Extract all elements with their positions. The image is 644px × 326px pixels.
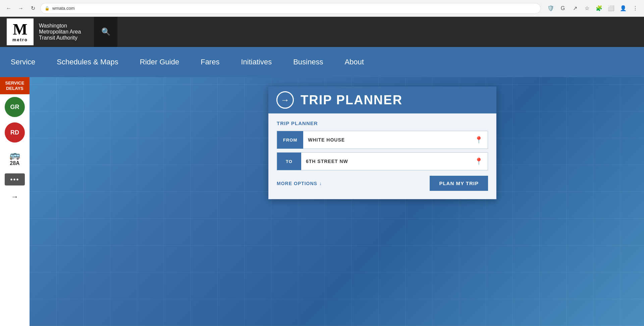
plan-trip-button[interactable]: PLAN MY TRIP bbox=[430, 176, 488, 191]
more-options-label: MORE OPTIONS bbox=[277, 181, 317, 186]
search-button[interactable]: 🔍 bbox=[94, 17, 117, 47]
logo-area: M metro Washington Metropolitan Area Tra… bbox=[0, 17, 94, 47]
to-input-row: TO 📍 bbox=[277, 152, 488, 170]
window-icon[interactable]: ⬜ bbox=[606, 4, 616, 13]
reload-button[interactable]: ↻ bbox=[28, 4, 38, 13]
extension-icon-2[interactable]: 🧩 bbox=[594, 4, 604, 13]
lock-icon: 🔒 bbox=[45, 6, 50, 11]
extension-icon-1[interactable]: 🛡️ bbox=[546, 4, 555, 13]
red-line-badge[interactable]: RD bbox=[5, 122, 25, 143]
to-location-icon[interactable]: 📍 bbox=[470, 153, 488, 170]
more-lines-badge[interactable]: ••• bbox=[5, 173, 25, 185]
bookmark-icon[interactable]: ☆ bbox=[582, 4, 592, 13]
red-line-label: RD bbox=[10, 129, 19, 136]
browser-icons-group: 🛡️ G ↗ ☆ 🧩 ⬜ 👤 ⋮ bbox=[546, 4, 640, 13]
next-arrow-badge[interactable]: → bbox=[5, 191, 25, 203]
menu-icon[interactable]: ⋮ bbox=[631, 4, 640, 13]
bus-badge[interactable]: 🚌 28A bbox=[5, 148, 25, 168]
from-label[interactable]: FROM bbox=[277, 131, 303, 149]
google-icon[interactable]: G bbox=[558, 4, 568, 13]
dots-label: ••• bbox=[10, 176, 19, 183]
logo-metro-text: metro bbox=[12, 37, 28, 42]
nav-item-rider-guide[interactable]: Rider Guide bbox=[129, 47, 190, 77]
nav-item-about[interactable]: About bbox=[334, 47, 375, 77]
bus-label: 28A bbox=[10, 160, 19, 166]
metro-logo[interactable]: M metro bbox=[7, 18, 34, 45]
to-label[interactable]: TO bbox=[277, 153, 301, 170]
back-button[interactable]: ← bbox=[4, 4, 13, 13]
to-input[interactable] bbox=[301, 153, 470, 170]
forward-button[interactable]: → bbox=[16, 4, 25, 13]
trip-planner-arrow-icon: → bbox=[276, 91, 294, 109]
trip-planner-title: TRIP PLANNER bbox=[301, 93, 402, 107]
bus-icon: 🚌 bbox=[9, 150, 20, 160]
trip-footer: MORE OPTIONS ↓ PLAN MY TRIP bbox=[277, 176, 488, 191]
org-name: Washington Metropolitan Area Transit Aut… bbox=[39, 23, 87, 41]
arrow-label: → bbox=[11, 193, 18, 201]
more-options-icon: ↓ bbox=[319, 181, 322, 186]
main-nav: Service Schedules & Maps Rider Guide Far… bbox=[0, 47, 644, 77]
page-body: SERVICE DELAYS GR RD 🚌 28A ••• → → TRIP … bbox=[0, 77, 644, 326]
trip-planner-header: → TRIP PLANNER bbox=[268, 87, 496, 113]
address-bar[interactable]: 🔒 wmata.com bbox=[40, 3, 541, 14]
logo-m-letter: M bbox=[13, 22, 27, 37]
share-icon[interactable]: ↗ bbox=[570, 4, 580, 13]
green-line-badge[interactable]: GR bbox=[5, 97, 25, 117]
profile-icon[interactable]: 👤 bbox=[619, 4, 628, 13]
green-line-label: GR bbox=[10, 104, 19, 111]
url-text: wmata.com bbox=[52, 6, 74, 11]
service-delays-button[interactable]: SERVICE DELAYS bbox=[0, 77, 30, 94]
from-input[interactable] bbox=[303, 131, 470, 149]
nav-item-schedules[interactable]: Schedules & Maps bbox=[46, 47, 129, 77]
trip-planner-body: TRIP PLANNER FROM 📍 TO 📍 MORE OPTIONS bbox=[268, 113, 496, 199]
browser-chrome: ← → ↻ 🔒 wmata.com 🛡️ G ↗ ☆ 🧩 ⬜ 👤 ⋮ bbox=[0, 0, 644, 17]
nav-item-initiatives[interactable]: Initiatives bbox=[230, 47, 282, 77]
left-sidebar: SERVICE DELAYS GR RD 🚌 28A ••• → bbox=[0, 77, 30, 326]
nav-item-business[interactable]: Business bbox=[282, 47, 334, 77]
trip-planner-container: → TRIP PLANNER TRIP PLANNER FROM 📍 TO 📍 bbox=[268, 87, 496, 199]
site-header: M metro Washington Metropolitan Area Tra… bbox=[0, 17, 644, 47]
more-options-button[interactable]: MORE OPTIONS ↓ bbox=[277, 181, 322, 186]
nav-item-fares[interactable]: Fares bbox=[190, 47, 230, 77]
trip-planner-subtitle: TRIP PLANNER bbox=[277, 120, 488, 126]
main-content: → TRIP PLANNER TRIP PLANNER FROM 📍 TO 📍 bbox=[30, 77, 644, 326]
service-delays-label: SERVICE DELAYS bbox=[5, 80, 24, 91]
nav-item-service[interactable]: Service bbox=[0, 47, 46, 77]
from-input-row: FROM 📍 bbox=[277, 131, 488, 149]
from-location-icon[interactable]: 📍 bbox=[470, 131, 488, 149]
